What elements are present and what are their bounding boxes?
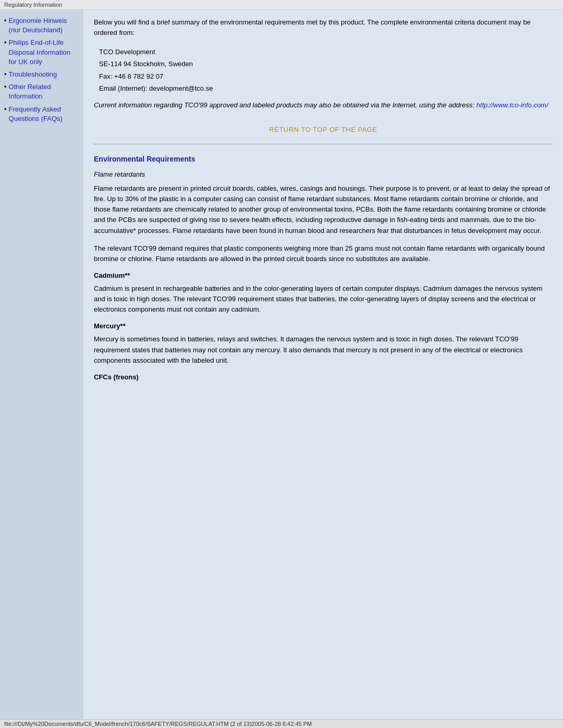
section-title: Environmental Requirements [94,155,553,163]
cfcs-heading: CFCs (freons) [94,373,553,381]
cadmium-para1: Cadmium is present in rechargeable batte… [94,283,553,315]
flame-retardants-para1: Flame retardants are present in printed … [94,183,553,236]
sidebar-item-1: • Ergonomie Hinweis (nur Deutschland) [4,16,79,35]
contact-line-4: Email (Internet): development@tco.se [99,82,553,94]
mercury-para1: Mercury is sometimes found in batteries,… [94,334,553,365]
title-bar: Regulatory Information [0,0,563,10]
sidebar-link-philips[interactable]: Philips End-of-Life Disposal Information… [9,38,79,67]
return-to-top-link[interactable]: RETURN TO TOP OF THE PAGE [269,126,377,133]
mercury-heading: Mercury** [94,322,553,330]
sidebar-item-2: • Philips End-of-Life Disposal Informati… [4,38,79,67]
main-layout: • Ergonomie Hinweis (nur Deutschland) • … [0,10,563,719]
bullet-1: • [4,16,7,26]
cadmium-heading: Cadmium** [94,272,553,279]
flame-retardants-para2: The relevant TCO'99 demand requires that… [94,243,553,264]
section-divider [94,144,553,144]
return-link-container: RETURN TO TOP OF THE PAGE [94,126,553,133]
flame-retardants-heading: Flame retardants [94,170,553,178]
bullet-3: • [4,70,7,79]
sidebar-item-5: • Frequently Asked Questions (FAQs) [4,105,79,124]
italic-note: Current information regarding TCO'99 app… [94,100,553,110]
contact-block: TCO Development SE-114 94 Stockholm, Swe… [99,46,553,95]
sidebar-item-4: • Other Related Information [4,82,79,101]
sidebar-item-3: • Troubleshooting [4,70,79,79]
content-area: Below you will find a brief summary of t… [83,10,563,719]
bullet-2: • [4,38,7,47]
status-bar: file:///D|/My%20Documents/dfu/C6_Model/f… [0,719,563,728]
italic-note-text: Current information regarding TCO'99 app… [94,101,476,109]
sidebar-nav: • Ergonomie Hinweis (nur Deutschland) • … [4,16,79,124]
status-bar-text: file:///D|/My%20Documents/dfu/C6_Model/f… [4,721,312,727]
sidebar-link-troubleshooting[interactable]: Troubleshooting [9,70,57,79]
sidebar-link-other-related[interactable]: Other Related Information [9,82,79,101]
env-requirements-section: Environmental Requirements Flame retarda… [94,155,553,381]
contact-line-1: TCO Development [99,46,553,58]
bullet-4: • [4,82,7,92]
sidebar-link-ergonomie[interactable]: Ergonomie Hinweis (nur Deutschland) [9,16,79,35]
bullet-5: • [4,105,7,114]
title-bar-text: Regulatory Information [4,2,62,8]
sidebar-link-faq[interactable]: Frequently Asked Questions (FAQs) [9,105,79,124]
intro-paragraph: Below you will find a brief summary of t… [94,17,553,38]
tco-info-link[interactable]: http://www.tco-info.com/ [476,101,548,109]
sidebar: • Ergonomie Hinweis (nur Deutschland) • … [0,10,83,719]
contact-line-3: Fax: +46 8 782 92 07 [99,70,553,82]
contact-line-2: SE-114 94 Stockholm, Sweden [99,58,553,70]
